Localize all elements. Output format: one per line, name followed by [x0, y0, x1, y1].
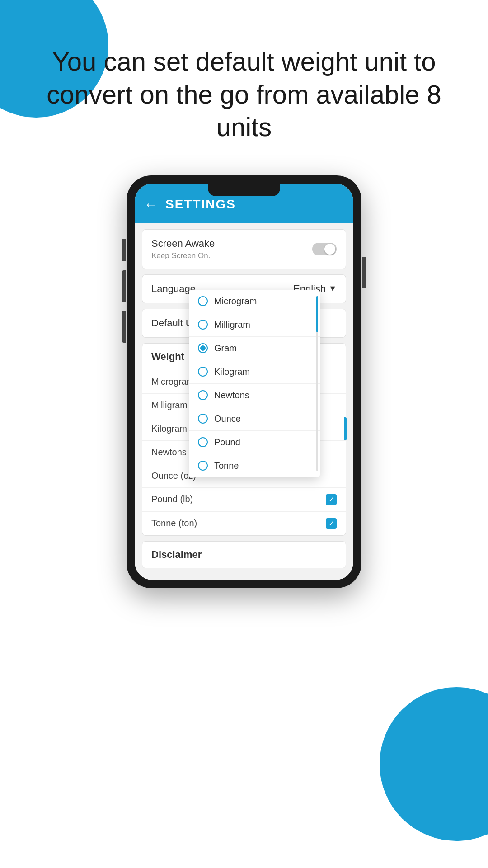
dropdown-label-microgram: Microgram — [214, 296, 257, 307]
unit-label-pound: Pound (lb) — [151, 494, 193, 505]
toggle-knob — [324, 244, 335, 255]
bg-decoration-bottom — [380, 687, 488, 841]
disclaimer-label: Disclaimer — [151, 549, 202, 560]
screen-awake-sublabel: Keep Screen On. — [151, 251, 215, 260]
radio-ounce — [198, 414, 208, 424]
disclaimer-card[interactable]: Disclaimer — [142, 541, 346, 568]
dropdown-label-gram: Gram — [214, 343, 237, 354]
phone-volume-up-button — [122, 270, 126, 302]
dropdown-item-kilogram[interactable]: Kilogram — [189, 360, 320, 384]
radio-newtons — [198, 390, 208, 400]
language-dropdown-arrow: ▼ — [328, 284, 337, 293]
blue-indicator — [344, 417, 347, 440]
scrollbar-thumb — [316, 296, 318, 332]
radio-kilogram — [198, 367, 208, 377]
phone-mute-button — [122, 239, 126, 261]
unit-label-tonne: Tonne (ton) — [151, 518, 197, 528]
phone-notch — [208, 184, 280, 196]
dropdown-label-milligram: Milligram — [214, 320, 250, 330]
phone-mockup: ← SETTINGS Screen Awake Keep Screen On. — [127, 175, 361, 588]
dropdown-item-gram[interactable]: Gram — [189, 337, 320, 360]
dropdown-item-microgram[interactable]: Microgram — [189, 290, 320, 313]
dropdown-label-kilogram: Kilogram — [214, 367, 250, 377]
tonne-checkbox[interactable]: ✓ — [326, 518, 337, 529]
settings-body: Screen Awake Keep Screen On. Language En… — [135, 223, 353, 580]
phone-volume-down-button — [122, 311, 126, 343]
dropdown-label-ounce: Ounce — [214, 414, 241, 424]
hero-text: You can set default weight unit to conve… — [0, 45, 488, 144]
radio-tonne — [198, 461, 208, 471]
radio-microgram — [198, 296, 208, 306]
radio-gram — [198, 343, 208, 353]
unit-row-tonne[interactable]: Tonne (ton) ✓ — [142, 512, 346, 535]
screen-awake-label: Screen Awake — [151, 238, 215, 250]
radio-inner-gram — [200, 345, 206, 351]
pound-checkbox[interactable]: ✓ — [326, 494, 337, 505]
screen-awake-card: Screen Awake Keep Screen On. — [142, 229, 346, 269]
phone-power-button — [362, 257, 366, 288]
radio-milligram — [198, 320, 208, 330]
dropdown-item-pound[interactable]: Pound — [189, 431, 320, 454]
dropdown-label-tonne: Tonne — [214, 461, 239, 471]
dropdown-item-tonne[interactable]: Tonne — [189, 454, 320, 477]
phone-screen: ← SETTINGS Screen Awake Keep Screen On. — [135, 184, 353, 580]
back-button[interactable]: ← — [144, 196, 158, 213]
header-title: SETTINGS — [165, 197, 236, 212]
unit-dropdown: Microgram Milligram Gram — [189, 290, 320, 477]
dropdown-label-pound: Pound — [214, 437, 240, 448]
dropdown-item-ounce[interactable]: Ounce — [189, 407, 320, 431]
unit-row-pound[interactable]: Pound (lb) ✓ — [142, 488, 346, 512]
screen-awake-toggle[interactable] — [312, 243, 337, 255]
dropdown-label-newtons: Newtons — [214, 390, 249, 401]
scrollbar-track — [316, 296, 318, 471]
dropdown-item-newtons[interactable]: Newtons — [189, 384, 320, 407]
radio-pound — [198, 437, 208, 447]
dropdown-item-milligram[interactable]: Milligram — [189, 313, 320, 337]
